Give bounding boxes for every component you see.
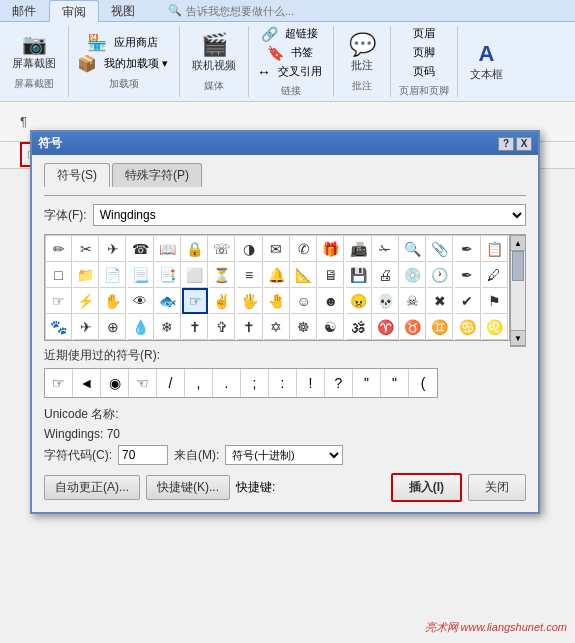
dialog-tab-special[interactable]: 特殊字符(P) (112, 163, 202, 187)
dialog-tab-symbols[interactable]: 符号(S) (44, 163, 110, 187)
sym-3-7[interactable]: ✝ (237, 314, 263, 340)
sym-3-11[interactable]: 🕉 (346, 314, 372, 340)
sym-3-15[interactable]: ♋ (455, 314, 481, 340)
sym-3-1[interactable]: ✈ (73, 314, 99, 340)
sym-1-1[interactable]: 📁 (73, 262, 99, 288)
sym-2-12[interactable]: 💀 (373, 288, 399, 314)
sym-2-11[interactable]: 😠 (346, 288, 372, 314)
recent-12[interactable]: " (381, 369, 409, 397)
sym-1-11[interactable]: 💾 (346, 262, 372, 288)
sym-2-2[interactable]: ✋ (100, 288, 126, 314)
insert-btn[interactable]: 插入(I) (391, 473, 462, 502)
sym-0-14[interactable]: 📎 (427, 236, 453, 262)
sym-1-16[interactable]: 🖊 (482, 262, 508, 288)
search-input[interactable] (186, 5, 406, 17)
hyperlink-btn[interactable]: 超链接 (282, 25, 321, 42)
sym-1-4[interactable]: 📑 (155, 262, 181, 288)
sym-3-0[interactable]: 🐾 (46, 314, 72, 340)
sym-0-1[interactable]: ✂ (73, 236, 99, 262)
sym-0-3[interactable]: ☎ (128, 236, 154, 262)
sym-2-10[interactable]: ☻ (318, 288, 344, 314)
sym-0-11[interactable]: 📠 (346, 236, 372, 262)
sym-2-9[interactable]: ☺ (291, 288, 317, 314)
sym-2-7[interactable]: 🖐 (237, 288, 263, 314)
close-dialog-btn[interactable]: 关闭 (468, 474, 526, 501)
from-select[interactable]: 符号(十进制) Unicode(十六进制) (225, 445, 343, 465)
online-video-btn[interactable]: 🎬 联机视频 (188, 30, 240, 75)
sym-3-4[interactable]: ❄ (155, 314, 181, 340)
sym-0-15[interactable]: ✒ (455, 236, 481, 262)
dialog-help-btn[interactable]: ? (498, 137, 514, 151)
scroll-down-btn[interactable]: ▼ (510, 330, 526, 346)
sym-1-6[interactable]: ⏳ (209, 262, 235, 288)
recent-13[interactable]: ( (409, 369, 437, 397)
recent-1[interactable]: ◄ (73, 369, 101, 397)
sym-3-14[interactable]: ♊ (427, 314, 453, 340)
sym-0-12[interactable]: ✁ (373, 236, 399, 262)
sym-1-9[interactable]: 📐 (291, 262, 317, 288)
sym-0-10[interactable]: 🎁 (318, 236, 344, 262)
screenshot-btn[interactable]: 📷 屏幕截图 (8, 32, 60, 73)
recent-5[interactable]: , (185, 369, 213, 397)
appstore-btn[interactable]: 应用商店 (111, 34, 161, 51)
sym-3-6[interactable]: ✞ (209, 314, 235, 340)
sym-3-16[interactable]: ♌ (482, 314, 508, 340)
sym-1-3[interactable]: 📃 (128, 262, 154, 288)
recent-0[interactable]: ☞ (45, 369, 73, 397)
textbox-btn[interactable]: A 文本框 (466, 39, 507, 84)
sym-2-1[interactable]: ⚡ (73, 288, 99, 314)
recent-8[interactable]: : (269, 369, 297, 397)
pagenum-btn[interactable]: 页码 (410, 63, 438, 80)
sym-1-2[interactable]: 📄 (100, 262, 126, 288)
charcode-input[interactable] (118, 445, 168, 465)
sym-2-6[interactable]: ✌ (209, 288, 235, 314)
sym-0-7[interactable]: ◑ (237, 236, 263, 262)
sym-1-14[interactable]: 🕐 (427, 262, 453, 288)
header-btn[interactable]: 页眉 (410, 25, 438, 42)
bookmark-btn[interactable]: 书签 (288, 44, 316, 61)
sym-0-6[interactable]: ☏ (209, 236, 235, 262)
sym-3-10[interactable]: ☯ (318, 314, 344, 340)
sym-2-16[interactable]: ⚑ (482, 288, 508, 314)
scroll-up-btn[interactable]: ▲ (510, 235, 526, 251)
sym-2-13[interactable]: ☠ (400, 288, 426, 314)
sym-1-13[interactable]: 💿 (400, 262, 426, 288)
sym-0-9[interactable]: ✆ (291, 236, 317, 262)
sym-0-5[interactable]: 🔒 (182, 236, 208, 262)
footer-btn[interactable]: 页脚 (410, 44, 438, 61)
sym-3-8[interactable]: ✡ (264, 314, 290, 340)
sym-0-4[interactable]: 📖 (155, 236, 181, 262)
sym-1-0[interactable]: □ (46, 262, 72, 288)
recent-11[interactable]: " (353, 369, 381, 397)
sym-0-8[interactable]: ✉ (264, 236, 290, 262)
sym-2-3[interactable]: 👁 (128, 288, 154, 314)
sym-3-13[interactable]: ♉ (400, 314, 426, 340)
sym-2-15[interactable]: ✔ (455, 288, 481, 314)
sym-1-8[interactable]: 🔔 (264, 262, 290, 288)
sym-1-12[interactable]: 🖨 (373, 262, 399, 288)
sym-1-10[interactable]: 🖥 (318, 262, 344, 288)
tab-view[interactable]: 视图 (99, 0, 148, 21)
tab-review[interactable]: 审阅 (49, 0, 99, 22)
recent-4[interactable]: / (157, 369, 185, 397)
sym-1-15[interactable]: ✒ (455, 262, 481, 288)
sym-2-14[interactable]: ✖ (427, 288, 453, 314)
recent-2[interactable]: ◉ (101, 369, 129, 397)
autocorrect-btn[interactable]: 自动更正(A)... (44, 475, 140, 500)
sym-1-5[interactable]: ⬜ (182, 262, 208, 288)
sym-0-13[interactable]: 🔍 (400, 236, 426, 262)
recent-7[interactable]: ; (241, 369, 269, 397)
sym-1-7[interactable]: ≡ (237, 262, 263, 288)
sym-0-2[interactable]: ✈ (100, 236, 126, 262)
tab-mail[interactable]: 邮件 (0, 0, 49, 21)
sym-3-12[interactable]: ♈ (373, 314, 399, 340)
sym-2-8[interactable]: 🤚 (264, 288, 290, 314)
sym-0-16[interactable]: 📋 (482, 236, 508, 262)
sym-3-2[interactable]: ⊕ (100, 314, 126, 340)
shortcut-key-btn[interactable]: 快捷键(K)... (146, 475, 230, 500)
sym-3-3[interactable]: 💧 (128, 314, 154, 340)
sym-2-4[interactable]: 🐟 (155, 288, 181, 314)
sym-0-0[interactable]: ✏ (46, 236, 72, 262)
recent-9[interactable]: ! (297, 369, 325, 397)
dialog-x-btn[interactable]: X (516, 137, 532, 151)
